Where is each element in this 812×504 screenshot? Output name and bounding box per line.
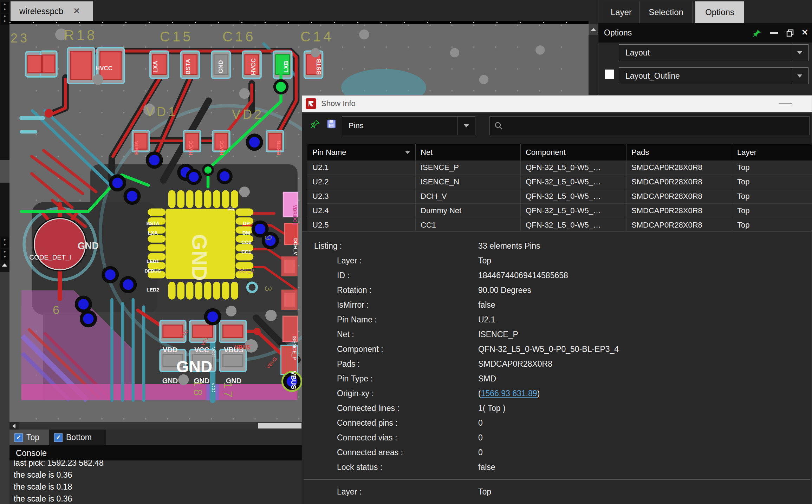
restore-icon[interactable] — [786, 29, 794, 39]
detail-row: Component :QFN-32_L5_0-W5_0-P0_50-BL-EP3… — [302, 342, 812, 356]
trace-label-vcc-v1: VCC — [211, 347, 216, 356]
pad-label-hvcc2: HVCC — [250, 58, 257, 75]
dialog-pin-icon[interactable] — [310, 119, 320, 138]
tab-title: wirelesspcb — [19, 6, 63, 16]
top-checkbox[interactable]: ✓ — [14, 433, 23, 442]
canvas-hscrollbar[interactable] — [9, 422, 302, 430]
chip-pin-fb: FB — [228, 207, 235, 212]
dialog-minimize-icon[interactable] — [779, 103, 792, 104]
pin-icon[interactable] — [752, 29, 761, 39]
tab-selection[interactable]: Selection — [640, 1, 693, 23]
detail-row: Rotation :90.00 Degrees — [302, 283, 812, 297]
pad-label-gnd3: GND — [226, 377, 241, 385]
dialog-strip — [302, 112, 812, 113]
layer-toggle-bar: ✓ Top ✓ Bottom — [9, 430, 302, 445]
dialog-titlebar[interactable]: Show Info — [302, 96, 812, 112]
pad-label-gnd1: GND — [162, 377, 178, 385]
left-scrollbar-thumb[interactable] — [0, 160, 9, 183]
dialog-search-box[interactable] — [489, 116, 810, 135]
chevron-down-icon[interactable] — [791, 68, 808, 84]
pad-label-vcc: VCC — [194, 346, 209, 354]
col-layer[interactable]: Layer — [732, 144, 812, 161]
table-row[interactable]: U2.5CC1 QFN-32_L5_0-W5_…SMDCAP0R28X0R8 T… — [307, 218, 812, 233]
collapse-up-icon[interactable] — [2, 263, 7, 267]
tab-selection-label: Selection — [649, 7, 683, 17]
col-net[interactable]: Net — [416, 144, 521, 161]
code-det-label: CODE_DET_I — [29, 254, 71, 261]
search-input[interactable] — [503, 121, 800, 131]
table-row[interactable]: U2.3DCH_V QFN-32_L5_0-W5_…SMDCAP0R28X0R8… — [307, 189, 812, 204]
detail-row: Layer :Top — [302, 484, 812, 499]
document-tabbar: wirelesspcb ✕ — [9, 0, 589, 21]
tab-wirelesspcb[interactable]: wirelesspcb ✕ — [11, 1, 93, 21]
pad-label-lxa: LXA — [152, 61, 159, 73]
listing-type-dropdown[interactable]: Pins — [342, 116, 475, 135]
bottom-checkbox[interactable]: ✓ — [54, 433, 63, 442]
toggle-top-layer[interactable]: ✓ Top — [9, 430, 49, 445]
table-row[interactable]: U2.2ISENCE_N QFN-32_L5_0-W5_…SMDCAP0R28X… — [307, 175, 812, 189]
listing-type-value: Pins — [342, 121, 457, 130]
detail-row: Connected areas :0 — [302, 445, 812, 460]
scroll-up-icon[interactable] — [589, 24, 598, 35]
pins-table: Pin Name Net Component Pads Layer U2.1IS… — [307, 144, 812, 233]
show-info-dialog: Show Info Pins — [302, 95, 812, 504]
chevron-down-icon[interactable] — [457, 117, 475, 135]
sort-icon[interactable] — [405, 151, 410, 154]
detail-row: Layer :Top — [302, 253, 812, 268]
dock-toggle-icon[interactable]: ⯈⯈ — [1, 237, 9, 248]
silk-squiggle-9: 9 — [262, 235, 274, 243]
col-component[interactable]: Component — [521, 144, 626, 161]
tab-options[interactable]: Options — [695, 1, 744, 23]
pad-label-isence: ISENCE_P — [292, 335, 297, 360]
layout-outline-dropdown[interactable]: Layout_Outline — [619, 67, 808, 84]
app-logo-icon — [306, 98, 316, 109]
dialog-title: Show Info — [321, 99, 356, 108]
silk-ref-c14: C14 — [300, 29, 333, 45]
tab-layer[interactable]: Layer — [603, 1, 640, 23]
table-row[interactable]: U2.1ISENCE_P QFN-32_L5_0-W5_…SMDCAP0R28X… — [307, 161, 812, 175]
console-header[interactable]: Console — [9, 445, 302, 460]
console-output: last pick: 1592.23 582.48 the scale is 0… — [9, 460, 302, 504]
detail-row: Connected pins :0 — [302, 415, 812, 430]
save-icon[interactable] — [326, 119, 337, 138]
tab-layer-label: Layer — [611, 7, 632, 17]
hscroll-thumb[interactable] — [258, 423, 301, 428]
gnd-plane-label: GND — [78, 241, 99, 251]
layout-dropdown[interactable]: Layout — [619, 44, 808, 61]
dock-toggle-icon[interactable]: ⯈⯈ — [1, 14, 9, 25]
pad-label-hvcc3: HVCC — [188, 140, 194, 156]
pad-label-vbridge: VBRIDGE — [292, 205, 298, 225]
chip-pin-led2: LED2 — [147, 287, 159, 293]
pins-table-header[interactable]: Pin Name Net Component Pads Layer — [307, 144, 812, 161]
dock-toggle-icon[interactable]: ⯈⯈ — [1, 249, 9, 260]
chip-pin-dp: DP — [243, 221, 249, 226]
pad-label-lxb: LXB — [283, 61, 290, 73]
chip-gnd-label: GND — [187, 234, 212, 281]
silk-ref-c23: 23 — [11, 31, 30, 46]
close-icon[interactable]: ✕ — [801, 28, 808, 37]
origin-paren: ( — [478, 389, 481, 398]
tab-options-label: Options — [705, 7, 734, 17]
app-window: ⯈⯈ ⯈⯈ ⯈⯈ ⯈⯈ wirelesspcb ✕ — [0, 0, 812, 504]
table-row[interactable]: U2.4Dummy Net QFN-32_L5_0-W5_…SMDCAP0R28… — [307, 204, 812, 218]
pad-label-vbus2: VBUS — [290, 371, 297, 390]
console-line: the scale is 0.18 — [14, 481, 302, 493]
tab-close-icon[interactable]: ✕ — [73, 6, 80, 16]
detail-row: IsMirror :false — [302, 297, 812, 312]
detail-row-origin: Origin-xy : (1566.93 631.89) — [302, 386, 812, 401]
detail-row: Connected lines :1( Top ) — [302, 401, 812, 415]
chip-pin-dm: DM — [242, 230, 250, 236]
col-pin-name[interactable]: Pin Name — [307, 144, 416, 161]
detail-row: Pads :SMDCAP0R28X0R8 — [302, 356, 812, 371]
minimize-icon[interactable] — [770, 32, 778, 34]
top-checkbox-label: Top — [26, 433, 39, 442]
origin-coords-link[interactable]: 1566.93 631.89 — [481, 389, 537, 398]
layout-outline-checkbox[interactable] — [605, 70, 614, 79]
chevron-down-icon[interactable] — [791, 45, 808, 61]
col-pads[interactable]: Pads — [626, 144, 732, 161]
dock-toggle-icon[interactable]: ⯈⯈ — [1, 2, 9, 13]
chip-pin-led1: LED1 — [147, 258, 159, 264]
scroll-left-icon[interactable] — [9, 422, 19, 430]
toggle-bottom-layer[interactable]: ✓ Bottom — [49, 430, 106, 445]
chip-pin-cc1: CC1 — [241, 249, 251, 255]
